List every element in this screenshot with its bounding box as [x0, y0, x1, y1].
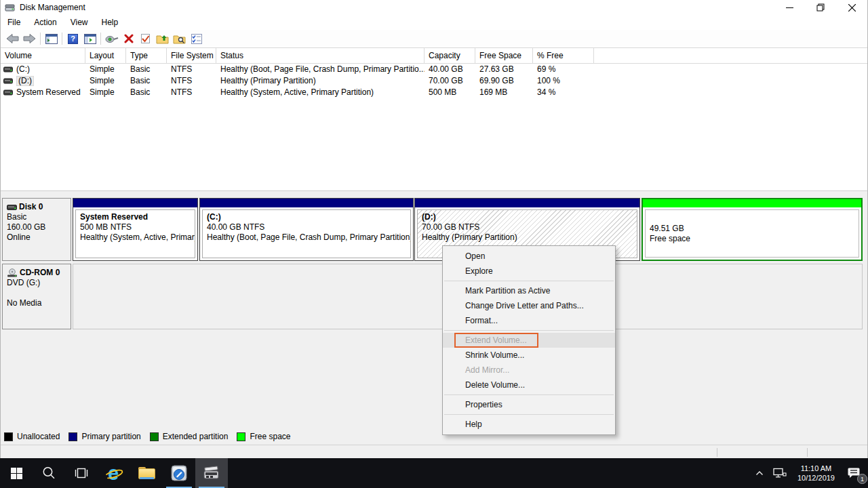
col-pct-free[interactable]: % Free — [533, 48, 594, 64]
col-empty — [594, 48, 867, 64]
file-explorer-button[interactable] — [130, 458, 163, 488]
partition-tool-button[interactable] — [163, 458, 195, 488]
restore-icon — [816, 3, 825, 12]
console-tree-button[interactable] — [43, 31, 60, 47]
volume-icon — [3, 66, 13, 73]
forward-arrow-icon — [23, 33, 36, 44]
clock-date: 10/12/2019 — [797, 473, 835, 483]
menu-action[interactable]: Action — [27, 16, 63, 29]
menu-item-change-drive-letter[interactable]: Change Drive Letter and Paths... — [443, 298, 615, 313]
folder-up-button[interactable] — [154, 31, 171, 47]
cdrom-panel[interactable]: CD-ROM 0 DVD (G:) No Media — [2, 264, 71, 329]
col-volume[interactable]: Volume — [1, 48, 85, 64]
legend: Unallocated Primary partition Extended p… — [4, 432, 291, 441]
disk-management-window: Disk Management — [0, 0, 868, 458]
volume-row-c[interactable]: (C:) Simple Basic NTFS Healthy (Boot, Pa… — [1, 64, 867, 75]
volume-free: 169 MB — [475, 87, 533, 98]
network-status-button[interactable] — [768, 458, 791, 488]
folder-search-button[interactable] — [171, 31, 188, 47]
clock-time: 11:10 AM — [797, 464, 835, 473]
partition-c[interactable]: (C:) 40.00 GB NTFS Healthy (Boot, Page F… — [199, 198, 414, 261]
windows-logo-icon — [11, 468, 22, 479]
forward-button[interactable] — [21, 31, 38, 47]
free-space-swatch — [237, 432, 245, 441]
volume-layout: Simple — [85, 75, 126, 87]
internet-explorer-icon: e — [104, 463, 124, 483]
menu-item-explore[interactable]: Explore — [443, 264, 615, 279]
volume-row-system-reserved[interactable]: System Reserved Simple Basic NTFS Health… — [1, 87, 867, 98]
disk-management-icon — [201, 464, 222, 483]
volume-name: System Reserved — [16, 87, 81, 98]
menu-item-shrink-volume[interactable]: Shrink Volume... — [443, 348, 615, 363]
volume-free: 27.63 GB — [475, 64, 533, 75]
volume-name-selected: (D:) — [16, 76, 34, 86]
taskbar-clock[interactable]: 11:10 AM 10/12/2019 — [791, 464, 841, 483]
free-space-bar — [643, 199, 861, 207]
menu-separator — [444, 394, 614, 395]
minimize-button[interactable] — [774, 0, 805, 15]
legend-unallocated: Unallocated — [4, 432, 60, 441]
menu-item-properties[interactable]: Properties — [443, 397, 615, 412]
disk0-panel[interactable]: Disk 0 Basic 160.00 GB Online — [2, 198, 71, 261]
partition-system-reserved[interactable]: System Reserved 500 MB NTFS Healthy (Sys… — [73, 198, 198, 261]
tray-chevron-button[interactable] — [751, 458, 768, 488]
primary-partition-swatch — [68, 432, 77, 441]
close-button[interactable] — [836, 0, 867, 15]
list-options-button[interactable] — [188, 31, 205, 47]
col-status[interactable]: Status — [216, 48, 425, 64]
menu-separator — [444, 414, 614, 415]
legend-primary-partition: Primary partition — [68, 432, 140, 441]
volume-status: Healthy (Boot, Page File, Crash Dump, Pr… — [216, 64, 425, 75]
annotation-highlight-box — [454, 333, 538, 348]
status-bar — [1, 445, 867, 458]
menu-view[interactable]: View — [64, 16, 95, 29]
close-icon — [848, 4, 856, 12]
disk0-name: Disk 0 — [19, 202, 43, 212]
caption-buttons — [774, 0, 867, 15]
legend-label: Extended partition — [163, 432, 229, 441]
delete-button[interactable] — [120, 31, 137, 47]
back-button[interactable] — [4, 31, 21, 47]
check-disk-button[interactable] — [137, 31, 154, 47]
volume-status: Healthy (System, Active, Primary Partiti… — [216, 87, 425, 98]
primary-partition-bar — [73, 199, 197, 207]
network-icon — [773, 468, 787, 479]
partition-free-space[interactable]: 49.51 GB Free space — [642, 198, 863, 261]
disk-management-taskbar-button[interactable] — [195, 458, 228, 488]
menu-item-help[interactable]: Help — [443, 417, 615, 432]
window-title: Disk Management — [20, 3, 85, 12]
menu-item-format[interactable]: Format... — [443, 313, 615, 328]
col-type[interactable]: Type — [126, 48, 167, 64]
help-button[interactable]: ? — [64, 31, 81, 47]
menu-separator — [444, 281, 614, 281]
menu-item-open[interactable]: Open — [443, 249, 615, 264]
volume-row-d[interactable]: (D:) Simple Basic NTFS Healthy (Primary … — [1, 75, 867, 87]
start-button[interactable] — [0, 458, 33, 488]
disk-icon — [7, 204, 17, 211]
refresh-disk-button[interactable] — [103, 31, 120, 47]
col-capacity[interactable]: Capacity — [425, 48, 475, 64]
menu-item-mark-partition-active[interactable]: Mark Partition as Active — [443, 283, 615, 298]
legend-free-space: Free space — [237, 432, 290, 441]
col-free-space[interactable]: Free Space — [475, 48, 533, 64]
menu-item-delete-volume[interactable]: Delete Volume... — [443, 378, 615, 392]
col-file-system[interactable]: File System — [167, 48, 216, 64]
taskbar-search-button[interactable] — [33, 458, 65, 488]
partition-status: Healthy (Boot, Page File, Crash Dump, Pr… — [207, 232, 406, 243]
task-view-button[interactable] — [65, 458, 98, 488]
context-menu: Open Explore Mark Partition as Active Ch… — [442, 245, 616, 435]
action-center-button[interactable]: 1 — [841, 458, 868, 488]
menu-file[interactable]: File — [1, 16, 27, 29]
search-icon — [41, 466, 56, 481]
status-separator — [807, 448, 808, 457]
volume-fs: NTFS — [167, 64, 216, 75]
menu-help[interactable]: Help — [95, 16, 125, 29]
volume-name: (C:) — [16, 64, 30, 75]
show-console-button[interactable] — [81, 31, 98, 47]
restore-button[interactable] — [805, 0, 836, 15]
internet-explorer-button[interactable]: e — [98, 458, 130, 488]
toolbar-separator — [62, 33, 62, 45]
col-layout[interactable]: Layout — [85, 48, 126, 64]
volume-layout: Simple — [85, 64, 126, 75]
volume-type: Basic — [126, 75, 167, 87]
